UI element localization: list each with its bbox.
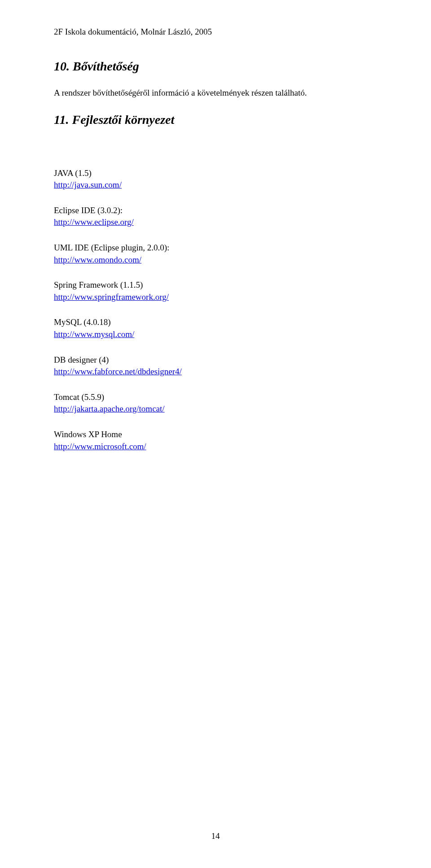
env-item-link[interactable]: http://www.springframework.org/ (54, 292, 169, 302)
env-item-label: UML IDE (Eclipse plugin, 2.0.0): (54, 243, 169, 252)
env-item-link[interactable]: http://www.omondo.com/ (54, 255, 141, 264)
env-item-link[interactable]: http://java.sun.com/ (54, 180, 122, 189)
env-item-link[interactable]: http://www.fabforce.net/dbdesigner4/ (54, 367, 182, 376)
env-item: Tomcat (5.5.9) http://jakarta.apache.org… (54, 391, 377, 415)
env-item-label: Tomcat (5.5.9) (54, 392, 104, 402)
document-header: 2F Iskola dokumentáció, Molnár László, 2… (54, 27, 377, 37)
env-item-label: JAVA (1.5) (54, 168, 92, 178)
section-11-heading: 11. Fejlesztői környezet (54, 113, 377, 127)
page-number: 14 (0, 831, 431, 841)
env-item-label: MySQL (4.0.18) (54, 317, 111, 327)
env-item: Eclipse IDE (3.0.2): http://www.eclipse.… (54, 205, 377, 228)
env-item-label: Eclipse IDE (3.0.2): (54, 206, 123, 215)
env-item: JAVA (1.5) http://java.sun.com/ (54, 167, 377, 191)
env-item-link[interactable]: http://www.microsoft.com/ (54, 442, 146, 451)
env-item: UML IDE (Eclipse plugin, 2.0.0): http://… (54, 242, 377, 266)
env-item-link[interactable]: http://www.mysql.com/ (54, 329, 134, 339)
section-10-heading: 10. Bővíthetőség (54, 59, 377, 74)
env-item-label: Spring Framework (1.1.5) (54, 280, 143, 289)
env-item: Spring Framework (1.1.5) http://www.spri… (54, 279, 377, 303)
env-item-link[interactable]: http://www.eclipse.org/ (54, 217, 134, 227)
env-item-link[interactable]: http://jakarta.apache.org/tomcat/ (54, 404, 165, 413)
env-item-label: Windows XP Home (54, 430, 122, 439)
env-item: MySQL (4.0.18) http://www.mysql.com/ (54, 316, 377, 340)
env-item: Windows XP Home http://www.microsoft.com… (54, 429, 377, 452)
env-item-label: DB designer (4) (54, 355, 109, 364)
section-10-body: A rendszer bővíthetőségéről információ a… (54, 87, 377, 99)
env-item: DB designer (4) http://www.fabforce.net/… (54, 354, 377, 378)
